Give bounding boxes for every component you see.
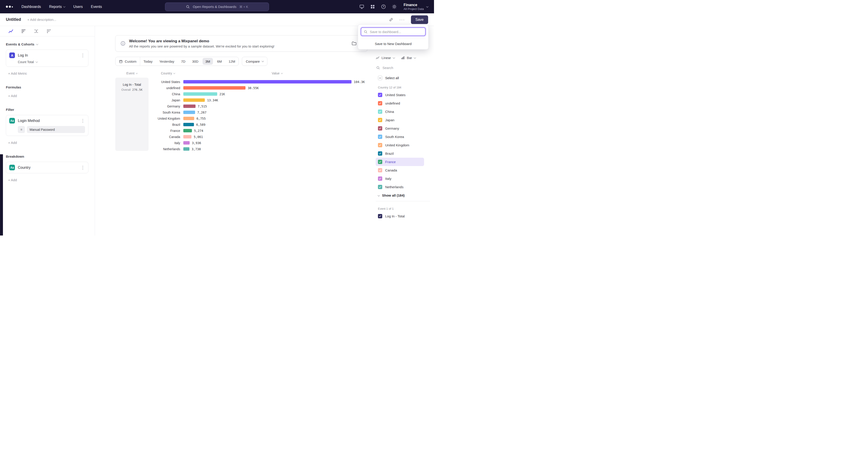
segment-checkbox[interactable] [378, 214, 382, 218]
aggregation-dropdown[interactable]: Count Total [18, 60, 85, 64]
event-column-header[interactable]: Event [115, 71, 149, 75]
more-options-button[interactable]: ··· [399, 17, 405, 22]
select-all-checkbox[interactable] [378, 76, 382, 80]
segment-checkbox[interactable] [378, 185, 382, 189]
value-column-header[interactable]: Value [187, 71, 367, 75]
segment-item[interactable]: Log In - Total [376, 212, 424, 220]
value-bar[interactable] [183, 80, 351, 84]
date-range-option[interactable]: Today [140, 57, 156, 66]
monitor-icon[interactable] [359, 4, 364, 9]
filter-property-row[interactable]: Aa Login Method ⋮ [9, 118, 85, 123]
nav-item[interactable]: Events [91, 5, 102, 9]
filter-operator-dropdown[interactable]: = [18, 126, 25, 133]
segment-item[interactable]: Netherlands [376, 183, 424, 191]
folder-icon[interactable] [351, 41, 357, 46]
metric-menu-button[interactable]: ⋮ [81, 53, 85, 57]
save-to-dashboard-input[interactable]: Save to dashboard... [361, 27, 426, 36]
value-label: 104.3K [354, 80, 365, 84]
segment-item[interactable]: China [376, 108, 424, 116]
global-search[interactable]: Open Reports & Dashboards ⌘ + K [165, 2, 269, 11]
segment-item[interactable]: United Kingdom [376, 141, 424, 149]
value-bar[interactable] [183, 141, 190, 145]
copy-link-button[interactable] [389, 17, 394, 22]
segment-label: Italy [385, 177, 392, 180]
save-to-dashboard-popover: Save to dashboard... Save to New Dashboa… [358, 24, 429, 50]
nav-item-label: Users [73, 5, 83, 9]
event-series-panel[interactable]: Log In - Total Overall 276.5K [115, 78, 149, 151]
value-bar[interactable] [183, 111, 195, 114]
segment-checkbox[interactable] [378, 143, 382, 147]
segment-checkbox[interactable] [378, 101, 382, 106]
segment-item[interactable]: Germany [376, 124, 424, 133]
date-range-option[interactable]: 6M [214, 57, 225, 66]
segment-checkbox[interactable] [378, 118, 382, 122]
events-cohorts-heading[interactable]: Events & Cohorts [6, 42, 88, 46]
date-range-custom[interactable]: Custom [116, 57, 140, 66]
help-icon[interactable]: ? [381, 4, 386, 9]
segment-checkbox[interactable] [378, 160, 382, 164]
date-range-option[interactable]: 3M [203, 58, 213, 65]
select-all-row[interactable]: Select all [376, 76, 430, 80]
value-bar[interactable] [183, 135, 191, 139]
segment-item[interactable]: Japan [376, 116, 424, 124]
date-range-option[interactable]: 7D [178, 57, 189, 66]
value-bar[interactable] [183, 123, 194, 126]
value-bar[interactable] [183, 98, 205, 102]
chart-scale-dropdown[interactable]: Linear [376, 56, 395, 60]
nav-item[interactable]: Dashboards [22, 5, 41, 9]
segment-checkbox[interactable] [378, 126, 382, 130]
segment-checkbox[interactable] [378, 176, 382, 181]
segment-item[interactable]: Canada [376, 166, 424, 174]
nav-item[interactable]: Users [73, 5, 83, 9]
segment-checkbox[interactable] [378, 93, 382, 97]
add-filter-button[interactable]: + Add [6, 141, 88, 145]
report-title[interactable]: Untitled [6, 17, 21, 22]
filter-value-dropdown[interactable]: Manual Password [27, 126, 85, 133]
breakdown-property-row[interactable]: Aa Country ⋮ [9, 165, 85, 170]
country-column-header[interactable]: Country [152, 71, 184, 75]
settings-gear-icon[interactable] [392, 4, 397, 9]
insights-tab-icon[interactable] [8, 29, 13, 34]
add-metric-button[interactable]: + Add Metric [6, 71, 88, 75]
chart-type-dropdown[interactable]: Bar [401, 56, 416, 60]
segment-checkbox[interactable] [378, 110, 382, 114]
add-description[interactable]: + Add description... [27, 18, 56, 22]
date-range-option[interactable]: 12M [225, 57, 239, 66]
value-bar[interactable] [183, 117, 194, 120]
show-all-button[interactable]: Show all (184) [376, 194, 430, 197]
segment-item[interactable]: South Korea [376, 133, 424, 141]
value-bar[interactable] [183, 129, 192, 133]
segment-item[interactable]: undefined [376, 99, 424, 108]
segment-item[interactable]: Brazil [376, 149, 424, 158]
value-bar[interactable] [183, 105, 195, 108]
add-breakdown-button[interactable]: + Add [6, 178, 88, 182]
segment-checkbox[interactable] [378, 168, 382, 172]
apps-grid-icon[interactable] [370, 4, 375, 9]
segment-item[interactable]: United States [376, 91, 424, 99]
value-bar[interactable] [183, 86, 246, 90]
breakdown-menu-button[interactable]: ⋮ [81, 165, 85, 170]
save-to-new-dashboard-item[interactable]: Save to New Dashboard [361, 39, 426, 48]
nav-item[interactable]: Reports [49, 5, 65, 9]
segment-checkbox[interactable] [378, 135, 382, 139]
segment-item[interactable]: France [376, 158, 424, 166]
segment-checkbox[interactable] [378, 151, 382, 156]
project-selector[interactable]: Finance All Project Data [403, 3, 428, 10]
add-formula-button[interactable]: + Add [6, 94, 88, 98]
value-bar[interactable] [183, 147, 189, 151]
metric-row[interactable]: A Log In ⋮ [9, 53, 85, 58]
retention-tab-icon[interactable] [46, 29, 52, 34]
funnels-tab-icon[interactable] [21, 29, 26, 34]
flows-tab-icon[interactable] [33, 29, 39, 34]
value-bar[interactable] [183, 92, 217, 96]
segment-item[interactable]: Italy [376, 174, 424, 183]
mixpanel-logo[interactable] [6, 6, 13, 8]
segment-search-input[interactable]: Search [376, 66, 430, 70]
chart-table-header: Event Country Value [115, 71, 367, 75]
date-range-option[interactable]: Yesterday [156, 57, 178, 66]
value-label: 3,936 [192, 141, 201, 145]
save-button[interactable]: Save [411, 16, 428, 24]
date-range-option[interactable]: 30D [189, 57, 202, 66]
compare-button[interactable]: Compare [242, 57, 268, 66]
filter-menu-button[interactable]: ⋮ [81, 119, 85, 123]
